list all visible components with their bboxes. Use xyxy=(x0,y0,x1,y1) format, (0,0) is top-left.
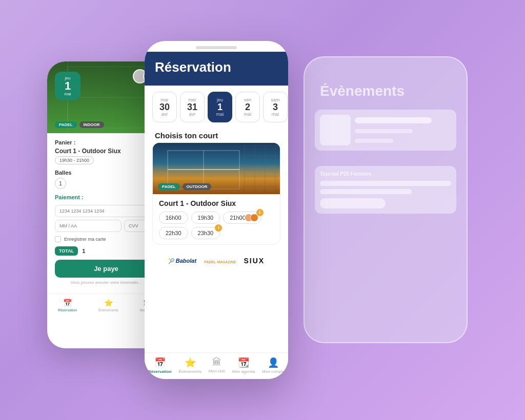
date-mar-30[interactable]: mar 30 avr xyxy=(152,92,177,122)
tournoi-card: Tournoi P25 Femmes xyxy=(315,166,456,214)
club-icon-main: 🏛 xyxy=(212,357,221,368)
nav-agenda-main[interactable]: 📆 Mon agenda xyxy=(232,357,255,374)
date-ven-2[interactable]: ven 2 mai xyxy=(235,92,260,122)
date-jeu-1[interactable]: jeu 1 mai xyxy=(208,92,232,122)
checkout-time: 19h30 - 21h00 xyxy=(55,156,94,164)
tournoi-title: Tournoi P25 Femmes xyxy=(320,171,451,177)
court-card: PADEL OUTDOOR Court 1 - Outdoor Siux 16h… xyxy=(152,142,280,245)
date-month-left: mai xyxy=(65,92,71,96)
sponsor-siux: SIUX xyxy=(244,256,265,265)
balles-count: 1 xyxy=(55,178,66,189)
events-title: Évènements xyxy=(320,83,456,99)
events-cards: Tournoi P25 Femmes xyxy=(315,110,456,214)
event-card-1 xyxy=(315,110,456,151)
date-sam-3[interactable]: sam 3 mai xyxy=(263,92,288,122)
phone-notch xyxy=(196,46,237,49)
court-sport-tags: PADEL OUTDOOR xyxy=(158,183,211,190)
reservation-title: Réservation xyxy=(155,59,278,75)
outdoor-tag-main: OUTDOOR xyxy=(183,183,212,190)
pay-button[interactable]: Je paye xyxy=(55,260,157,278)
sponsor-babolat: 🎾 Babolat xyxy=(168,258,196,264)
info-icon-23h30: ℹ xyxy=(215,224,222,232)
nav-reservation-main[interactable]: 📅 Réservation xyxy=(148,357,172,374)
payment-section: Paiement : Enregistrer ma carte xyxy=(55,194,157,242)
slot-16h00[interactable]: 16h00 xyxy=(159,212,188,224)
agenda-icon-main: 📆 xyxy=(238,357,249,368)
padel-magazine-label: PADEL MAGAZINE xyxy=(204,260,236,264)
balles-section: Balles 1 xyxy=(55,170,157,189)
indoor-tag-left: INDOOR xyxy=(79,121,104,128)
main-nav: 📅 Réservation ⭐ Évènements 🏛 Mon club 📆 … xyxy=(145,352,288,379)
slot-19h30[interactable]: 19h30 xyxy=(191,212,220,224)
balles-label: Balles xyxy=(55,170,157,176)
siux-label: SIUX xyxy=(244,257,265,265)
checkout-court-name: Court 1 - Outdoor Siux xyxy=(55,148,157,155)
cancel-text: Vous pouvez annuler votre réservatio... xyxy=(55,280,157,285)
account-icon-main: 👤 xyxy=(268,357,279,368)
nav-evenements-label-main: Évènements xyxy=(178,369,201,374)
panier-label: Panier : xyxy=(55,139,157,145)
nav-compte-label-main: Mon compte xyxy=(262,369,285,374)
nav-compte-main[interactable]: 👤 Mon compte xyxy=(262,357,285,374)
event-thumb-1 xyxy=(320,115,351,145)
card-number-input[interactable] xyxy=(55,205,157,217)
nav-reservation-label-main: Réservation xyxy=(148,369,172,374)
nav-monclub-label-main: Mon club xyxy=(209,369,225,373)
star-icon-main: ⭐ xyxy=(185,357,196,368)
phone-reservation: Réservation mar 30 avr mer 31 avr jeu 1 … xyxy=(145,41,288,379)
paiement-label: Paiement : xyxy=(55,194,157,200)
slot-22h30[interactable]: 22h30 xyxy=(159,227,188,239)
reservation-header: Réservation xyxy=(145,52,288,86)
date-badge-left: jeu 1 mai xyxy=(55,72,80,100)
star-icon-left: ⭐ xyxy=(104,298,113,307)
padel-tag-left: PADEL xyxy=(55,121,77,128)
slot-21h00[interactable]: 21h00 ℹ xyxy=(223,212,261,224)
date-mer-31[interactable]: mer 31 avr xyxy=(180,92,205,122)
calendar-icon-left: 📅 xyxy=(63,298,72,307)
time-slots: 16h00 19h30 21h00 ℹ 22h30 xyxy=(159,212,274,239)
phone-events-bg: Évènements Tournoi P25 Femmes xyxy=(304,56,468,343)
nav-evenements-main[interactable]: ⭐ Évènements xyxy=(178,357,201,374)
nav-reservation-label-left: Réservation xyxy=(58,308,77,312)
babolat-label: Babolat xyxy=(176,258,196,264)
save-card-checkbox[interactable] xyxy=(55,236,61,242)
expiry-input[interactable] xyxy=(55,220,122,232)
court-name-main: Court 1 - Outdoor Siux xyxy=(159,199,274,207)
slot-23h30[interactable]: 23h30 ℹ xyxy=(191,227,220,239)
sponsor-padel-magazine: PADEL MAGAZINE xyxy=(204,256,236,265)
court-image: PADEL OUTDOOR xyxy=(153,143,280,194)
save-card-label: Enregistrer ma carte xyxy=(64,237,106,242)
slot-player-avatars xyxy=(245,214,258,222)
date-number-left: 1 xyxy=(65,80,71,92)
court-info: Court 1 - Outdoor Siux 16h00 19h30 21h00 xyxy=(153,194,280,244)
nav-monclub-main[interactable]: 🏛 Mon club xyxy=(209,357,225,374)
total-label: TOTAL xyxy=(55,246,78,256)
sport-tags: PADEL INDOOR xyxy=(55,121,104,128)
nav-reservation-left[interactable]: 📅 Réservation xyxy=(58,298,77,312)
sponsors-bar: 🎾 Babolat PADEL MAGAZINE SIUX xyxy=(145,250,288,271)
total-amount: 1 xyxy=(82,248,85,254)
court-section-title: Choisis ton court xyxy=(145,129,288,142)
info-icon-21h: ℹ xyxy=(256,209,264,216)
calendar-icon-main: 📅 xyxy=(154,357,166,368)
nav-evenements-left[interactable]: ⭐ Évènements xyxy=(98,298,118,312)
nav-evenements-label-left: Évènements xyxy=(98,308,118,312)
date-picker[interactable]: mar 30 avr mer 31 avr jeu 1 mai ven 2 ma… xyxy=(145,86,288,129)
padel-tag-main: PADEL xyxy=(158,183,180,190)
nav-agenda-label-main: Mon agenda xyxy=(232,369,255,374)
